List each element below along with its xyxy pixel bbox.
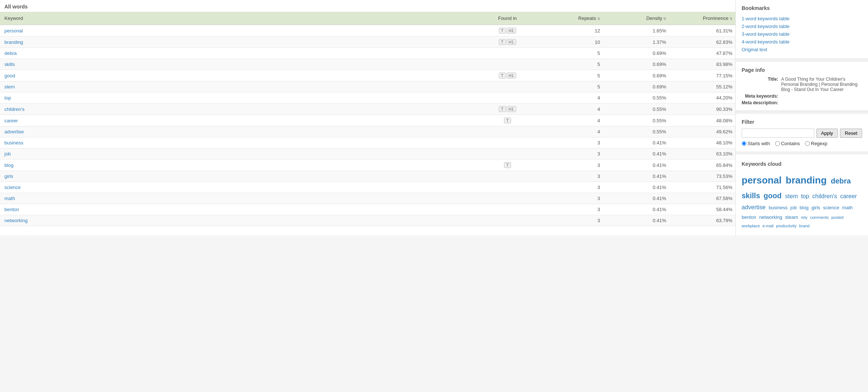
keyword-cell[interactable]: benton bbox=[0, 204, 478, 215]
keyword-cell[interactable]: science bbox=[0, 182, 478, 193]
table-row: personalTH1121.65%61.31% bbox=[0, 25, 735, 36]
found-in-tag[interactable]: T bbox=[499, 39, 506, 45]
found-in-tag[interactable]: T bbox=[499, 28, 506, 34]
found-in-tag[interactable]: H1 bbox=[507, 73, 516, 78]
keyword-cell[interactable]: skills bbox=[0, 59, 478, 70]
cloud-word[interactable]: blog bbox=[799, 205, 810, 210]
repeats-cell: 4 bbox=[537, 92, 603, 104]
cloud-word[interactable]: comments bbox=[810, 215, 830, 220]
cloud-word[interactable]: workplace bbox=[742, 224, 761, 228]
density-cell: 0.41% bbox=[603, 148, 669, 160]
cloud-word[interactable]: personal bbox=[742, 175, 784, 186]
prominence-cell: 83.98% bbox=[669, 59, 735, 70]
density-cell: 0.41% bbox=[603, 215, 669, 226]
found-in-cell bbox=[478, 81, 537, 92]
keyword-cell[interactable]: business bbox=[0, 137, 478, 148]
keyword-cell[interactable]: networking bbox=[0, 215, 478, 226]
keyword-cell[interactable]: personal bbox=[0, 25, 478, 36]
keyword-cell[interactable]: math bbox=[0, 193, 478, 204]
repeats-cell: 3 bbox=[537, 137, 603, 148]
cloud-word[interactable]: benton bbox=[742, 214, 757, 220]
keyword-cell[interactable]: stem bbox=[0, 81, 478, 92]
found-in-tag[interactable]: H1 bbox=[507, 106, 516, 112]
reset-button[interactable]: Reset bbox=[840, 129, 862, 138]
radio-contains-input[interactable] bbox=[775, 141, 780, 146]
found-in-cell bbox=[478, 171, 537, 182]
prominence-cell: 49.62% bbox=[669, 126, 735, 137]
radio-regexp-input[interactable] bbox=[805, 141, 810, 146]
found-in-tag[interactable]: H1 bbox=[507, 39, 516, 45]
cloud-word[interactable]: advertise bbox=[742, 204, 767, 210]
cloud-word[interactable]: e-mail bbox=[763, 224, 775, 228]
radio-starts-with-input[interactable] bbox=[742, 141, 746, 146]
keyword-cell[interactable]: branding bbox=[0, 36, 478, 48]
cloud-word[interactable]: rely bbox=[801, 215, 809, 220]
prominence-cell: 48.08% bbox=[669, 115, 735, 126]
density-cell: 0.41% bbox=[603, 204, 669, 215]
repeats-cell: 3 bbox=[537, 204, 603, 215]
prominence-cell: 71.56% bbox=[669, 182, 735, 193]
col-prominence[interactable]: Prominence bbox=[669, 12, 735, 25]
cloud-word[interactable]: girls bbox=[811, 205, 821, 210]
found-in-tag[interactable]: T bbox=[504, 162, 511, 168]
bookmark-link[interactable]: 1-word keywords table bbox=[742, 15, 862, 22]
repeats-cell: 12 bbox=[537, 25, 603, 36]
cloud-word[interactable]: stem bbox=[785, 193, 799, 199]
cloud-word[interactable]: top bbox=[801, 193, 811, 199]
cloud-word[interactable]: posted bbox=[831, 215, 843, 220]
found-in-tag[interactable]: T bbox=[504, 118, 511, 123]
bookmark-link[interactable]: 3-word keywords table bbox=[742, 30, 862, 38]
apply-button[interactable]: Apply bbox=[816, 129, 838, 138]
keyword-cell[interactable]: career bbox=[0, 115, 478, 126]
keyword-cell[interactable]: advertise bbox=[0, 126, 478, 137]
cloud-word[interactable]: children's bbox=[812, 193, 839, 199]
section-title: All words bbox=[0, 0, 735, 12]
found-in-cell: TH1 bbox=[478, 70, 537, 81]
density-cell: 0.55% bbox=[603, 115, 669, 126]
cloud-word[interactable]: math bbox=[842, 205, 853, 210]
table-row: advertise40.55%49.62% bbox=[0, 126, 735, 137]
radio-starts-with[interactable]: Starts with bbox=[742, 141, 770, 146]
keyword-cell[interactable]: children's bbox=[0, 104, 478, 115]
keyword-cell[interactable]: good bbox=[0, 70, 478, 81]
col-repeats[interactable]: Repeats bbox=[537, 12, 603, 25]
col-density[interactable]: Density bbox=[603, 12, 669, 25]
density-cell: 0.69% bbox=[603, 48, 669, 59]
bookmarks-links: 1-word keywords table2-word keywords tab… bbox=[742, 15, 862, 53]
cloud-word[interactable]: debra bbox=[831, 177, 851, 185]
cloud-word[interactable]: business bbox=[769, 205, 789, 210]
cloud-word[interactable]: science bbox=[823, 205, 841, 210]
filter-row: Apply Reset bbox=[742, 129, 862, 138]
cloud-word[interactable]: productivity bbox=[776, 224, 798, 228]
radio-regexp[interactable]: Regexp bbox=[805, 141, 827, 146]
cloud-word[interactable]: job bbox=[790, 205, 798, 210]
cloud-word[interactable]: good bbox=[764, 192, 784, 200]
cloud-word[interactable]: networking bbox=[759, 214, 783, 220]
density-cell: 0.41% bbox=[603, 193, 669, 204]
keyword-cell[interactable]: top bbox=[0, 92, 478, 104]
prominence-cell: 90.33% bbox=[669, 104, 735, 115]
found-in-tag[interactable]: H1 bbox=[507, 28, 516, 34]
cloud-word[interactable]: branding bbox=[786, 175, 829, 186]
bookmarks-title: Bookmarks bbox=[742, 5, 862, 11]
found-in-tag[interactable]: T bbox=[499, 106, 506, 112]
filter-radio-row: Starts with Contains Regexp bbox=[742, 141, 862, 146]
cloud-word[interactable]: brand bbox=[799, 224, 809, 228]
filter-input[interactable] bbox=[742, 129, 814, 138]
repeats-cell: 3 bbox=[537, 171, 603, 182]
cloud-word[interactable]: career bbox=[840, 193, 857, 199]
meta-description-value bbox=[781, 100, 862, 105]
found-in-tag[interactable]: T bbox=[499, 73, 506, 78]
radio-contains[interactable]: Contains bbox=[775, 141, 800, 146]
table-row: business30.41%48.10% bbox=[0, 137, 735, 148]
table-header: Keyword Found in Repeats Density Promine… bbox=[0, 12, 735, 25]
bookmark-link[interactable]: 2-word keywords table bbox=[742, 22, 862, 30]
bookmark-link[interactable]: 4-word keywords table bbox=[742, 38, 862, 46]
cloud-word[interactable]: steam bbox=[785, 214, 799, 220]
bookmark-link[interactable]: Original text bbox=[742, 46, 862, 53]
keyword-cell[interactable]: job bbox=[0, 148, 478, 160]
keyword-cell[interactable]: girls bbox=[0, 171, 478, 182]
keyword-cell[interactable]: debra bbox=[0, 48, 478, 59]
keyword-cell[interactable]: blog bbox=[0, 160, 478, 171]
cloud-word[interactable]: skills bbox=[742, 192, 762, 200]
